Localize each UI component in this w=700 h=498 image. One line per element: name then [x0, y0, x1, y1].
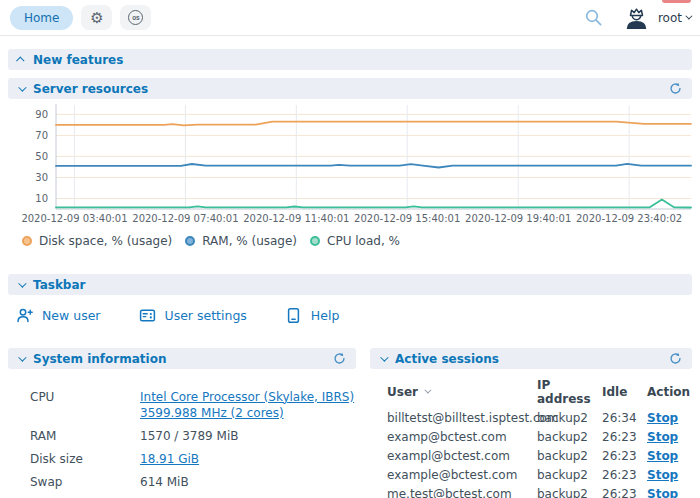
svg-text:90: 90 [35, 109, 48, 120]
stop-session-link[interactable]: Stop [647, 487, 678, 498]
collapse-chevron-icon [18, 279, 26, 287]
legend-swatch-icon [310, 236, 320, 246]
taskbar-row: New userUser settingsHelp [8, 295, 692, 334]
top-toolbar: Home ⚙ os root [0, 0, 700, 36]
svg-text:2020-12-09 03:40:01: 2020-12-09 03:40:01 [21, 213, 127, 224]
section-title: Taskbar [33, 278, 85, 292]
section-header-taskbar[interactable]: Taskbar [8, 274, 692, 295]
session-user: exampl@bctest.com [387, 449, 537, 463]
section-title: Server resources [33, 82, 148, 96]
user-settings-icon [139, 307, 156, 324]
sessions-header-row: UserIP addressIdleAction [387, 382, 692, 401]
svg-text:30: 30 [35, 172, 48, 183]
session-idle: 26:23 [602, 468, 647, 482]
section-header-server-resources[interactable]: Server resources [8, 78, 692, 99]
system-information-panel: System information CPUIntel Core Process… [8, 348, 356, 498]
collapse-chevron-icon [18, 353, 26, 361]
main-content: New features Server resources 1030507090… [0, 36, 700, 498]
sysinfo-value: 1570 / 3789 MiB [140, 428, 356, 444]
session-user: example@bctest.com [387, 468, 537, 482]
stop-session-link[interactable]: Stop [647, 468, 678, 482]
session-action: Stop [647, 430, 692, 444]
refresh-button[interactable] [333, 352, 346, 365]
stop-session-link[interactable]: Stop [647, 449, 678, 463]
session-user: examp@bctest.com [387, 430, 537, 444]
top-edge-red-fragment [662, 0, 691, 3]
sysinfo-value: Intel Core Processor (Skylake, IBRS) 359… [140, 389, 356, 421]
help-icon [285, 307, 302, 324]
gear-icon: ⚙ [90, 10, 103, 25]
taskbar-item-label: User settings [165, 308, 247, 323]
svg-text:70: 70 [35, 130, 48, 141]
sysinfo-row: Swap614 MiB [30, 471, 356, 494]
settings-button[interactable]: ⚙ [81, 5, 112, 30]
active-sessions-table: UserIP addressIdleActionbilltetst@billte… [387, 382, 692, 498]
refresh-icon [333, 352, 346, 365]
svg-text:50: 50 [35, 151, 48, 162]
svg-text:10: 10 [35, 193, 48, 204]
stop-session-link[interactable]: Stop [647, 411, 678, 425]
section-title: System information [33, 352, 166, 366]
search-button[interactable] [584, 8, 603, 27]
sysinfo-label: Swap [30, 474, 140, 490]
legend-item: Disk space, % (usage) [22, 234, 172, 248]
refresh-button[interactable] [669, 352, 682, 365]
session-idle: 26:34 [602, 411, 647, 425]
section-title: Active sessions [395, 352, 499, 366]
column-header-label: User [387, 385, 418, 399]
session-ip: backup2 [537, 430, 602, 444]
session-ip: backup2 [537, 487, 602, 498]
search-icon [584, 8, 603, 27]
legend-label: Disk space, % (usage) [39, 234, 172, 248]
user-add-icon [16, 307, 33, 324]
session-action: Stop [647, 468, 692, 482]
session-row: me.test@bctest.combackup226:23Stop [387, 484, 692, 498]
svg-text:2020-12-09 15:40:01: 2020-12-09 15:40:01 [354, 213, 460, 224]
taskbar-item-label: Help [311, 308, 340, 323]
session-user: me.test@bctest.com [387, 487, 537, 498]
sysinfo-value-link[interactable]: Intel Core Processor (Skylake, IBRS) 359… [140, 390, 354, 420]
session-ip: backup2 [537, 468, 602, 482]
column-header-action: Action [647, 385, 692, 399]
section-title: New features [33, 53, 123, 67]
section-header-system-information[interactable]: System information [8, 348, 356, 369]
session-row: exampl@bctest.combackup226:23Stop [387, 446, 692, 465]
column-header-ip-address: IP address [537, 378, 602, 406]
chart-legend: Disk space, % (usage)RAM, % (usage)CPU l… [8, 228, 692, 248]
username-label: root [658, 11, 682, 25]
refresh-icon [669, 82, 682, 95]
collapse-chevron-icon [380, 353, 388, 361]
svg-text:2020-12-09 11:40:01: 2020-12-09 11:40:01 [243, 213, 349, 224]
column-header-user[interactable]: User [387, 385, 537, 399]
home-button[interactable]: Home [10, 6, 73, 30]
taskbar-item-user-settings[interactable]: User settings [139, 307, 247, 324]
taskbar-item-help[interactable]: Help [285, 307, 340, 324]
session-idle: 26:23 [602, 487, 647, 498]
session-action: Stop [647, 411, 692, 425]
sysinfo-row: CPUIntel Core Processor (Skylake, IBRS) … [30, 385, 356, 424]
session-row: billtetst@billtest.isptest.combackup226:… [387, 408, 692, 427]
legend-item: RAM, % (usage) [185, 234, 297, 248]
user-menu[interactable]: root [623, 5, 690, 31]
collapse-chevron-icon [16, 56, 24, 64]
os-templates-button[interactable]: os [120, 5, 151, 30]
svg-text:2020-12-09 19:40:01: 2020-12-09 19:40:01 [465, 213, 571, 224]
chevron-down-icon [685, 13, 692, 20]
refresh-icon [669, 352, 682, 365]
session-row: example@bctest.combackup226:23Stop [387, 465, 692, 484]
session-action: Stop [647, 487, 692, 498]
section-header-active-sessions[interactable]: Active sessions [370, 348, 692, 369]
os-icon: os [128, 10, 143, 25]
taskbar-item-new-user[interactable]: New user [16, 307, 101, 324]
legend-label: RAM, % (usage) [202, 234, 297, 248]
stop-session-link[interactable]: Stop [647, 430, 678, 444]
refresh-button[interactable] [669, 82, 682, 95]
legend-item: CPU load, % [310, 234, 400, 248]
collapse-chevron-icon [18, 83, 26, 91]
sysinfo-value: 18.91 GiB [140, 451, 356, 467]
section-header-new-features[interactable]: New features [8, 49, 692, 70]
sysinfo-value: 614 MiB [140, 474, 356, 490]
legend-label: CPU load, % [327, 234, 400, 248]
sysinfo-value-link[interactable]: 18.91 GiB [140, 452, 199, 466]
crown-avatar-icon [623, 5, 650, 31]
